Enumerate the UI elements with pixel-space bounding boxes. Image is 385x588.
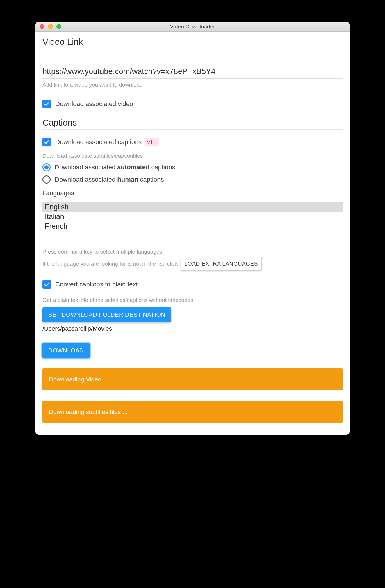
minimize-window-icon[interactable] bbox=[48, 24, 53, 29]
status-subtitles: Downloading subtitles files ... bbox=[42, 401, 343, 423]
checkmark-icon bbox=[44, 101, 50, 107]
download-video-row: Download associated video bbox=[42, 100, 343, 108]
traffic-lights bbox=[35, 24, 61, 29]
languages-help-line1: Press command key to select multiple lan… bbox=[42, 247, 343, 257]
divider bbox=[42, 129, 343, 130]
radio-human[interactable] bbox=[42, 175, 51, 184]
languages-label: Languages bbox=[42, 189, 343, 197]
languages-help-line2: If the language you are looking for is n… bbox=[42, 257, 343, 271]
app-window: Video Downloader Video Link Add link to … bbox=[35, 22, 350, 435]
captions-heading: Captions bbox=[42, 118, 343, 128]
captions-subhelper: Download assoicate subtitles/captionfile… bbox=[42, 153, 343, 159]
divider bbox=[42, 49, 343, 49]
maximize-window-icon[interactable] bbox=[56, 24, 61, 29]
set-destination-button[interactable]: SET DOWNLOAD FOLDER DESTINATION bbox=[42, 307, 171, 322]
language-item[interactable]: English bbox=[42, 202, 343, 212]
radio-automated-row: Download associated automated captions bbox=[42, 163, 343, 171]
download-captions-checkbox[interactable] bbox=[42, 138, 51, 146]
radio-automated-label: Download associated automated captions bbox=[55, 164, 175, 171]
titlebar: Video Downloader bbox=[35, 22, 350, 32]
download-video-label: Download associated video bbox=[55, 100, 133, 108]
convert-plain-label: Convert captions to plain text bbox=[55, 281, 138, 288]
video-url-helper: Add link to a video you want to download bbox=[42, 82, 343, 88]
languages-list[interactable]: English Italian French bbox=[42, 202, 343, 243]
content: Video Link Add link to a video you want … bbox=[35, 32, 350, 435]
vtt-badge: vtt bbox=[145, 138, 159, 146]
radio-human-row: Download associated human captions bbox=[42, 175, 343, 184]
download-captions-row: Download associated captions vtt bbox=[42, 138, 343, 146]
languages-help: Press command key to select multiple lan… bbox=[42, 247, 343, 271]
radio-automated[interactable] bbox=[42, 163, 51, 171]
convert-plain-row: Convert captions to plain text bbox=[42, 280, 343, 289]
language-item[interactable]: Italian bbox=[42, 212, 343, 221]
checkmark-icon bbox=[44, 281, 50, 288]
video-url-input[interactable] bbox=[42, 57, 343, 79]
download-button[interactable]: DOWNLOAD bbox=[42, 343, 90, 358]
convert-plain-checkbox[interactable] bbox=[42, 280, 51, 289]
convert-plain-helper: Get a plain text file of the subtitles/c… bbox=[42, 297, 343, 303]
destination-path: /Users/passarellip/Movies bbox=[42, 325, 343, 332]
close-window-icon[interactable] bbox=[40, 24, 44, 29]
download-captions-label: Download associated captions vtt bbox=[55, 138, 159, 146]
load-extra-languages-button[interactable]: LOAD EXTRA LANGUAGES bbox=[181, 257, 262, 271]
download-video-checkbox[interactable] bbox=[42, 100, 51, 108]
video-link-heading: Video Link bbox=[42, 37, 343, 47]
status-video: Downloading Video... bbox=[42, 368, 343, 390]
window-title: Video Downloader bbox=[35, 24, 350, 30]
checkmark-icon bbox=[44, 139, 50, 145]
language-item[interactable]: French bbox=[42, 221, 343, 231]
radio-human-label: Download associated human captions bbox=[55, 176, 164, 183]
download-captions-text: Download associated captions bbox=[55, 138, 142, 146]
